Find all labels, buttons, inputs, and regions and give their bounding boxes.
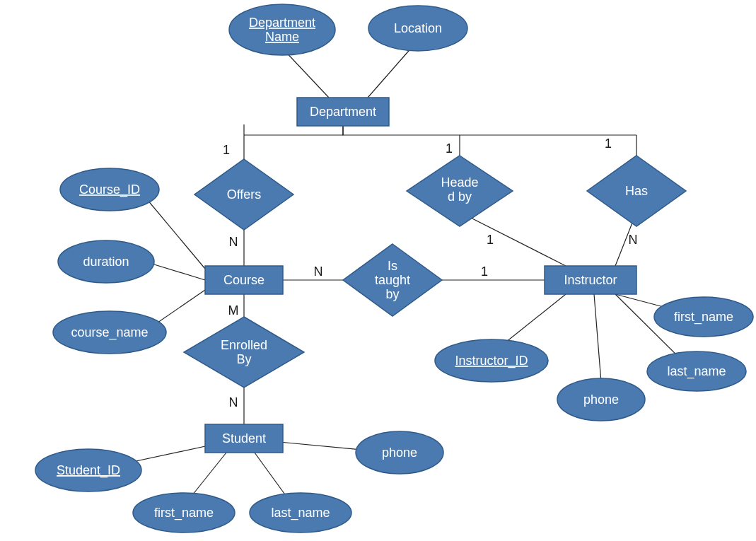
card-offers-course: N [229, 235, 238, 249]
card-taught-instr: 1 [481, 264, 488, 279]
rel-taught-label3: by [385, 287, 399, 301]
card-offers-dept: 1 [223, 143, 230, 157]
card-taught-course: N [314, 264, 323, 279]
attr-instructor-id-label: Instructor_ID [455, 354, 528, 368]
card-enrolled-course: M [228, 303, 239, 318]
attr-instructor-phone-label: phone [583, 392, 619, 407]
conn-dept-deptname [282, 48, 329, 98]
rel-headed-label2: d by [448, 190, 472, 204]
entity-student-label: Student [222, 431, 266, 446]
attr-instructor-lastname-label: last_name [667, 364, 726, 379]
attr-student-phone-label: phone [382, 446, 417, 460]
rel-enrolled-label1: Enrolled [221, 338, 267, 352]
conn-headed-instructor [460, 212, 566, 266]
conn-instr-phone [594, 294, 601, 382]
card-headed-instr: 1 [487, 233, 494, 247]
entity-course-label: Course [223, 273, 264, 287]
attr-location-label: Location [394, 21, 442, 35]
attr-department-name-label2: Name [265, 30, 299, 44]
rel-headed-label1: Heade [441, 175, 478, 190]
attr-duration-label: duration [83, 255, 129, 269]
attr-student-firstname-label: first_name [154, 506, 214, 520]
attr-department-name-label1: Department [249, 16, 315, 30]
rel-offers-label: Offers [227, 187, 262, 202]
attr-course-name-label: course_name [71, 325, 148, 340]
card-headed-dept: 1 [446, 141, 453, 156]
attr-student-lastname-label: last_name [271, 506, 330, 520]
entity-department-label: Department [310, 105, 376, 119]
card-has-dept: 1 [605, 136, 612, 151]
card-has-instr: N [629, 233, 638, 247]
attr-instructor-firstname-label: first_name [674, 310, 733, 325]
rel-taught-label1: Is [388, 259, 397, 273]
rel-enrolled-label2: By [236, 352, 251, 366]
attr-student-id-label: Student_ID [57, 463, 120, 478]
attr-course-id-label: Course_ID [79, 182, 140, 197]
rel-has-label: Has [625, 184, 648, 198]
entity-instructor-label: Instructor [564, 273, 617, 287]
card-enrolled-student: N [229, 395, 238, 409]
rel-taught-label2: taught [375, 273, 410, 287]
